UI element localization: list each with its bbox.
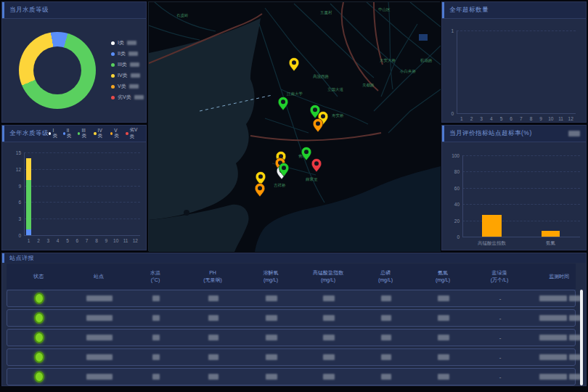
legend-item[interactable]: V类 <box>111 83 144 90</box>
table-scrollbar[interactable] <box>580 290 583 385</box>
x-axis-tick: 6 <box>510 116 513 121</box>
panel-action-redacted[interactable] <box>568 131 580 136</box>
legend-item[interactable]: V类 <box>110 128 121 139</box>
table-cell <box>128 354 184 360</box>
gridline <box>24 186 140 187</box>
legend-item[interactable]: III类 <box>111 61 144 68</box>
map-place-label: 机场路 <box>420 58 433 63</box>
legend-item[interactable]: II类 <box>111 50 144 57</box>
map-place-label: 立国大道 <box>327 87 344 92</box>
legend-label: IV类 <box>118 72 128 79</box>
redacted-time <box>569 315 581 321</box>
column-label: 总磷 <box>380 270 391 276</box>
table-row[interactable]: - <box>7 290 576 307</box>
map-place-label: 寿安桥 <box>332 113 344 118</box>
gridline <box>462 221 580 221</box>
redacted-value <box>152 295 160 301</box>
bar-legend: I类II类III类IV类V类劣V类 <box>49 127 140 140</box>
column-unit: (无量纲) <box>203 277 222 283</box>
column-label: 高锰酸盐指数 <box>313 270 343 276</box>
x-axis-tick: 7 <box>86 238 89 243</box>
legend-item[interactable]: I类 <box>111 39 144 46</box>
map[interactable]: 石皮岭五星村中山区天安大桥机场路小白夹桥高浪西路吴都路立国大道江南大学寿安桥青屿… <box>148 1 440 251</box>
map-place-label: 薛家里 <box>306 177 318 181</box>
table-row[interactable]: - <box>7 368 576 385</box>
redacted-time <box>569 295 581 301</box>
y-axis-tick: 15 <box>16 150 24 155</box>
legend-item[interactable]: II类 <box>63 128 73 139</box>
redacted-value <box>266 315 277 321</box>
map-place-label: 天安大桥 <box>380 58 396 62</box>
table-cell <box>184 315 242 321</box>
map-place-label: 吴都路 <box>362 83 375 88</box>
header-accent <box>2 253 4 263</box>
redacted-value <box>438 335 449 340</box>
table-cell <box>242 295 301 301</box>
map-pin-center <box>321 114 325 118</box>
legend-item[interactable]: IV类 <box>111 72 144 79</box>
status-dot-normal <box>34 351 44 363</box>
table-cell <box>357 374 415 380</box>
line-chart[interactable]: 01123456789101112 <box>442 19 586 123</box>
gridline <box>24 169 140 170</box>
x-axis-tick: 6 <box>76 238 79 243</box>
table-column-header: PH(无量纲) <box>184 270 242 283</box>
table-row[interactable]: - <box>7 309 576 327</box>
table-row[interactable]: - <box>7 348 576 366</box>
y-axis-tick: 100 <box>452 153 462 158</box>
table-cell <box>528 295 588 301</box>
panel-title: 全年水质等级 <box>9 129 49 138</box>
stacked-bar-chart[interactable]: 03691215123456789101112 <box>2 142 146 250</box>
redacted-value <box>152 335 160 340</box>
table-cell: - <box>472 315 528 322</box>
redacted-value <box>323 315 335 321</box>
map-pin-center <box>258 186 262 190</box>
exceed-rate-bar-chart[interactable]: 020406080100高锰酸盐指数氨氮 <box>442 142 586 250</box>
table-cell <box>71 295 128 301</box>
panel-header: 全年超标数量 <box>442 2 586 19</box>
table-cell: - <box>472 374 528 380</box>
table-cell <box>7 371 71 383</box>
table-cell <box>301 295 357 301</box>
legend-dot <box>111 74 115 78</box>
header-accent <box>442 2 444 18</box>
map-pin-center <box>292 60 296 65</box>
table-cell: - <box>472 295 528 302</box>
legend-dot <box>78 132 80 135</box>
table-cell <box>184 335 242 340</box>
stacked-bar-segment[interactable] <box>26 180 31 229</box>
panel-title: 全年超标数量 <box>449 6 489 15</box>
legend-item[interactable]: I类 <box>49 128 58 139</box>
y-axis-tick: 9 <box>18 183 24 188</box>
y-axis-tick: 80 <box>454 169 462 174</box>
map-building <box>419 34 428 41</box>
header-accent <box>2 2 4 18</box>
stacked-bar-segment[interactable] <box>26 158 31 180</box>
legend-item[interactable]: IV类 <box>94 128 105 139</box>
column-unit: (万个/L) <box>491 277 509 283</box>
gridline <box>24 152 140 153</box>
redacted-value <box>152 374 160 380</box>
legend-dot <box>111 41 115 45</box>
column-label: 氨氮 <box>438 270 448 276</box>
table-cell <box>415 354 472 360</box>
map-pin-center <box>316 121 320 126</box>
stacked-bar-segment[interactable] <box>26 229 31 235</box>
redacted-value <box>438 315 449 321</box>
legend-item[interactable]: III类 <box>78 128 89 139</box>
y-axis-tick: 1 <box>451 28 457 33</box>
algae-value: - <box>499 335 502 341</box>
map-canvas[interactable]: 石皮岭五星村中山区天安大桥机场路小白夹桥高浪西路吴都路立国大道江南大学寿安桥青屿… <box>149 2 441 252</box>
table-column-header: 高锰酸盐指数(mg/L) <box>300 270 356 283</box>
rate-bar[interactable] <box>482 215 502 237</box>
redacted-date <box>539 335 567 340</box>
algae-value: - <box>499 354 502 361</box>
redacted-value <box>323 374 335 380</box>
rate-bar[interactable] <box>542 231 560 237</box>
legend-item[interactable]: 劣V类 <box>126 127 140 140</box>
table-row[interactable]: - <box>7 329 576 346</box>
redacted-value <box>266 335 277 340</box>
map-pin-center <box>314 161 319 166</box>
legend-item[interactable]: 劣V类 <box>111 94 144 101</box>
table-cell <box>357 354 415 360</box>
